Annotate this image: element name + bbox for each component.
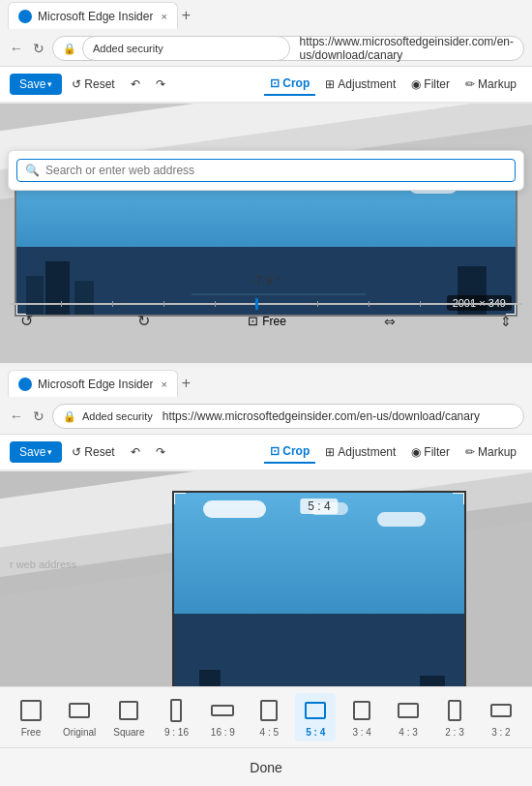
back-button[interactable]: ←	[8, 39, 25, 58]
markup-tab-top[interactable]: ✏ Markup	[459, 74, 522, 95]
done-bar: Done	[0, 747, 532, 786]
aspect-3-2-label: 3 : 2	[491, 727, 510, 738]
bottom-half: Microsoft Edge Insider × + ← ↻ 🔒 Added s…	[0, 368, 532, 786]
aspect-3-4-label: 3 : 4	[352, 727, 370, 738]
aspect-9-16-icon	[163, 697, 190, 724]
save-button-bottom[interactable]: Save ▾	[10, 441, 62, 463]
address-bar-bottom[interactable]: 🔒 Added security https://www.microsofted…	[52, 404, 524, 429]
refresh-button-bottom[interactable]: ↻	[31, 407, 46, 426]
ratio-label: Free	[262, 315, 286, 328]
svg-rect-1	[70, 704, 89, 717]
aspect-4-5-icon	[255, 697, 282, 724]
tick-7	[420, 301, 421, 307]
svg-rect-9	[449, 701, 460, 720]
building-2	[45, 261, 70, 315]
aspect-original[interactable]: Original	[57, 693, 102, 741]
aspect-2-3-label: 2 : 3	[445, 727, 463, 738]
search-input[interactable]	[45, 164, 507, 177]
undo-button-bottom[interactable]: ↶	[125, 441, 146, 463]
cloud-bottom-2	[377, 512, 426, 527]
svg-rect-8	[399, 704, 418, 717]
filter-icon-bottom: ◉	[411, 445, 421, 459]
ratio-icon: ⊡	[248, 314, 258, 328]
svg-rect-4	[212, 706, 233, 715]
tick-1	[61, 301, 62, 307]
aspect-3-2[interactable]: 3 : 2	[481, 693, 521, 741]
close-tab-icon-bottom[interactable]: ×	[161, 378, 166, 390]
aspect-4-3-icon	[395, 697, 422, 724]
edit-area-top: 🔍	[0, 104, 532, 363]
back-button-bottom[interactable]: ←	[8, 407, 25, 426]
reset-icon: ↺	[72, 77, 81, 91]
undo-button[interactable]: ↶	[125, 74, 146, 95]
filter-icon: ◉	[411, 77, 421, 91]
web-content-left: r web address	[0, 549, 169, 580]
lock-icon-bottom: 🔒	[63, 410, 76, 423]
crop-handle-tl-bottom[interactable]	[172, 491, 186, 504]
svg-rect-7	[354, 702, 369, 719]
tick-6	[369, 301, 369, 307]
crop-handle-tr-bottom[interactable]	[453, 491, 466, 504]
tab-title: Microsoft Edge Insider	[38, 10, 153, 23]
aspect-free-icon	[17, 697, 44, 724]
save-dropdown-arrow-bottom[interactable]: ▾	[47, 447, 52, 457]
tick-8	[471, 301, 472, 307]
active-tab[interactable]: Microsoft Edge Insider ×	[8, 2, 178, 29]
close-tab-icon[interactable]: ×	[161, 11, 166, 22]
aspect-16-9-icon	[209, 697, 236, 724]
aspect-3-2-icon	[488, 697, 515, 724]
aspect-3-4[interactable]: 3 : 4	[341, 693, 382, 741]
filter-tab-top[interactable]: ◉ Filter	[405, 74, 456, 95]
refresh-button[interactable]: ↻	[31, 39, 46, 58]
flip-h-button[interactable]: ⇔	[378, 310, 401, 333]
security-text: Added security	[82, 36, 290, 61]
aspect-square-icon	[115, 697, 142, 724]
search-box[interactable]: 🔍	[16, 159, 516, 182]
aspect-16-9[interactable]: 16 : 9	[202, 693, 243, 741]
markup-icon: ✏	[465, 77, 475, 91]
save-button[interactable]: Save ▾	[10, 74, 62, 95]
new-tab-button[interactable]: +	[182, 8, 191, 23]
adjustment-tab-top[interactable]: ⊞ Adjustment	[319, 74, 401, 95]
adjustment-tab-bottom[interactable]: ⊞ Adjustment	[319, 441, 401, 463]
done-button[interactable]: Done	[250, 760, 281, 775]
url-text: https://www.microsoftedgeinsider.com/en-…	[300, 35, 514, 62]
aspect-5-4[interactable]: 5 : 4	[295, 693, 336, 741]
save-dropdown-arrow[interactable]: ▾	[47, 79, 52, 89]
tick-4	[215, 301, 216, 307]
aspect-16-9-label: 16 : 9	[211, 727, 235, 738]
aspect-9-16-label: 9 : 16	[164, 727, 189, 738]
markup-tab-bottom[interactable]: ✏ Markup	[459, 441, 522, 463]
aspect-ratio-toolbar: Free Original Square 9 : 16	[0, 686, 532, 747]
bottom-controls-top: ↺ ↻ ⊡ Free ⇔ ⇕	[0, 308, 532, 334]
aspect-3-4-icon	[348, 697, 375, 724]
flip-v-button[interactable]: ⇕	[494, 310, 517, 333]
tick-3	[163, 301, 164, 307]
reset-button-bottom[interactable]: ↺ Reset	[66, 441, 120, 463]
aspect-free-label: Free	[21, 727, 42, 738]
aspect-square[interactable]: Square	[107, 693, 150, 741]
crop-tab-bottom[interactable]: ⊡ Crop	[264, 440, 315, 464]
address-bar-row-bottom: ← ↻ 🔒 Added security https://www.microso…	[0, 399, 532, 434]
browser-chrome-top: Microsoft Edge Insider × + ← ↻ 🔒 Added s…	[0, 0, 532, 67]
rotate-ccw-button[interactable]: ↺	[15, 308, 39, 334]
address-bar[interactable]: 🔒 Added security https://www.microsofted…	[52, 36, 524, 61]
tick-5	[317, 301, 318, 307]
aspect-free[interactable]: Free	[11, 693, 51, 741]
aspect-5-4-label: 5 : 4	[306, 727, 325, 738]
reset-button[interactable]: ↺ Reset	[66, 74, 120, 95]
web-text-left: r web address	[10, 559, 76, 570]
aspect-4-5[interactable]: 4 : 5	[249, 693, 289, 741]
aspect-2-3[interactable]: 2 : 3	[434, 693, 475, 741]
rotate-cw-button[interactable]: ↻	[132, 308, 156, 334]
new-tab-button-bottom[interactable]: +	[182, 376, 191, 391]
crop-tab-top[interactable]: ⊡ Crop	[264, 73, 315, 96]
rotation-slider-track[interactable]	[10, 303, 522, 305]
filter-tab-bottom[interactable]: ◉ Filter	[405, 441, 456, 463]
redo-button[interactable]: ↷	[150, 74, 171, 95]
aspect-9-16[interactable]: 9 : 16	[156, 693, 196, 741]
active-tab-bottom[interactable]: Microsoft Edge Insider ×	[8, 370, 178, 397]
aspect-5-4-icon	[302, 697, 329, 724]
aspect-4-3[interactable]: 4 : 3	[388, 693, 429, 741]
redo-button-bottom[interactable]: ↷	[150, 441, 171, 463]
